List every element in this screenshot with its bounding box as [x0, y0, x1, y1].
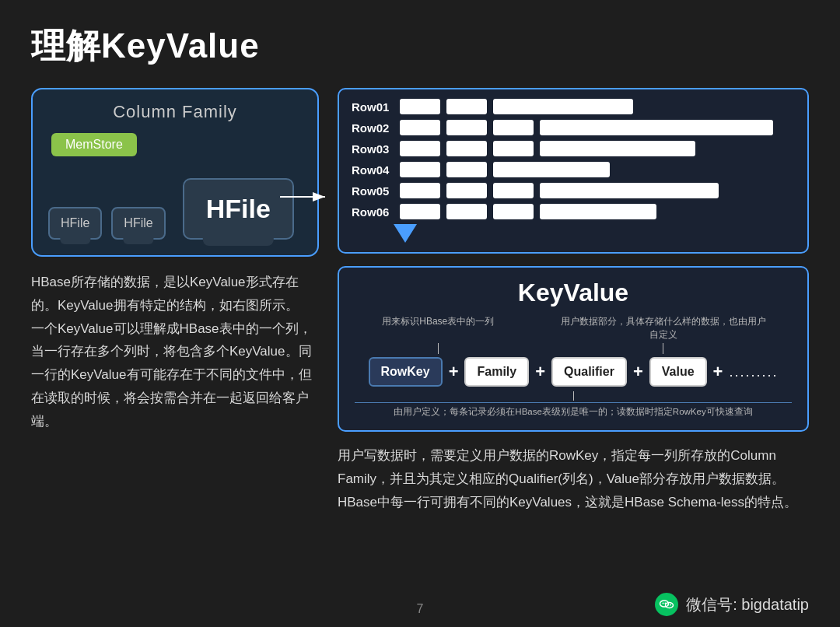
cell — [446, 162, 487, 177]
left-column: Column Family MemStore HFile HFile HFile… — [31, 88, 319, 606]
down-arrow-icon — [394, 224, 417, 243]
table-row: Row05 — [352, 183, 795, 198]
page: 理解KeyValue Column Family MemStore HFile … — [0, 0, 840, 627]
table-row: Row02 — [352, 120, 795, 135]
hfile-small-1: HFile — [48, 207, 102, 240]
row-table: Row01 Row02 Row03 — [338, 88, 809, 254]
svg-point-5 — [663, 603, 664, 604]
annotation-right: 用户数据部分，具体存储什么样的数据，也由用户自定义 — [558, 315, 768, 342]
plus-icon-2: + — [535, 362, 545, 382]
right-column: Row01 Row02 Row03 — [338, 88, 809, 606]
cell — [400, 183, 440, 198]
row-label: Row04 — [352, 163, 394, 177]
footer: 微信号: bigdatatip — [655, 593, 809, 616]
keyvalue-box: KeyValue 用来标识HBase表中的一列 用户数据部分，具体存储什么样的数… — [338, 266, 809, 432]
cell — [400, 204, 440, 219]
row-label: Row02 — [352, 121, 394, 135]
value-block: Value — [649, 357, 707, 387]
page-number: 7 — [417, 602, 424, 616]
cell — [493, 162, 610, 177]
hfile-large: HFile — [183, 178, 294, 240]
hfile-small-2: HFile — [111, 207, 165, 240]
cell — [446, 99, 487, 114]
plus-icon-3: + — [633, 362, 643, 382]
annotation-left: 用来标识HBase表中的一列 — [378, 315, 498, 342]
column-family-box: Column Family MemStore HFile HFile HFile — [31, 88, 319, 257]
wechat-icon — [655, 593, 678, 616]
kv-components: RowKey + Family + Qualifier + Value + ..… — [355, 357, 792, 387]
svg-marker-0 — [394, 224, 417, 243]
cell — [540, 141, 695, 156]
table-row: Row03 — [352, 141, 795, 156]
family-block: Family — [464, 357, 529, 387]
cell — [400, 141, 440, 156]
cell — [540, 120, 773, 135]
cell — [493, 204, 534, 219]
plus-icon-4: + — [713, 362, 723, 382]
right-bottom-description: 用户写数据时，需要定义用户数据的RowKey，指定每一列所存放的Column F… — [338, 444, 809, 513]
table-row: Row01 — [352, 99, 795, 114]
row-label: Row06 — [352, 205, 394, 219]
cell — [446, 141, 487, 156]
svg-point-3 — [660, 601, 669, 607]
qualifier-block: Qualifier — [551, 357, 627, 387]
cell — [400, 120, 440, 135]
row-label: Row01 — [352, 100, 394, 114]
cell — [493, 183, 534, 198]
cell — [446, 204, 487, 219]
column-family-label: Column Family — [48, 102, 302, 122]
hfiles-row: HFile HFile HFile — [48, 178, 302, 240]
cell — [493, 141, 534, 156]
row-label: Row03 — [352, 142, 394, 156]
wechat-logo — [659, 597, 674, 612]
wechat-label: 微信号: bigdatatip — [686, 594, 809, 615]
cell — [540, 204, 656, 219]
cell — [446, 183, 487, 198]
cell — [540, 183, 719, 198]
kv-bottom-annotation: 由用户定义；每条记录必须在HBase表级别是唯一的；读数据时指定RowKey可快… — [355, 402, 792, 418]
left-description: HBase所存储的数据，是以KeyValue形式存在的。KeyValue拥有特定… — [31, 271, 319, 433]
table-row: Row06 — [352, 204, 795, 219]
cell — [400, 99, 440, 114]
cell — [493, 99, 633, 114]
keyvalue-title: KeyValue — [355, 278, 792, 307]
rowkey-block: RowKey — [369, 357, 443, 387]
page-title: 理解KeyValue — [31, 23, 809, 69]
plus-icon-1: + — [449, 362, 459, 382]
cell — [446, 120, 487, 135]
cell — [400, 162, 440, 177]
content-area: Column Family MemStore HFile HFile HFile… — [31, 88, 809, 606]
table-row: Row04 — [352, 162, 795, 177]
row-label: Row05 — [352, 184, 394, 198]
svg-point-7 — [667, 604, 669, 606]
cell — [493, 120, 534, 135]
dots: ......... — [729, 364, 778, 380]
svg-point-8 — [670, 604, 671, 606]
svg-point-6 — [665, 603, 667, 604]
svg-point-4 — [666, 603, 674, 608]
memstore-label: MemStore — [51, 133, 137, 156]
